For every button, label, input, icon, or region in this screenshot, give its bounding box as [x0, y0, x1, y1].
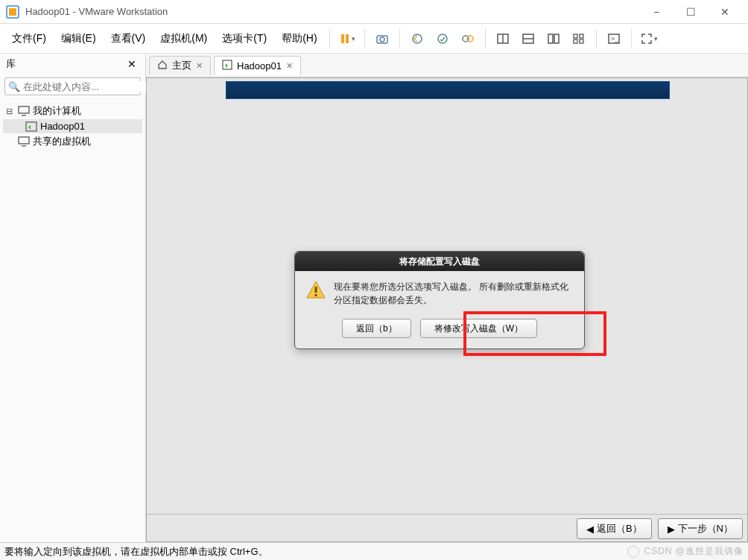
titlebar: Hadoop01 - VMware Workstation − ☐ ✕ — [0, 0, 748, 24]
fullscreen-button[interactable]: ▾ — [636, 27, 662, 51]
wizard-back-button[interactable]: ◀ 返回（B） — [577, 518, 652, 539]
tree-shared-vms[interactable]: 共享的虚拟机 — [3, 133, 142, 150]
svg-rect-25 — [19, 137, 29, 144]
library-tree: ⊟ 我的计算机 Hadoop01 共享的虚拟机 — [0, 98, 145, 154]
svg-rect-17 — [580, 34, 583, 38]
menu-tabs[interactable]: 选项卡(T) — [215, 28, 274, 50]
dialog-body: 现在要将您所选分区选项写入磁盘。 所有删除或重新格式化分区指定数据都会丢失。 — [295, 271, 584, 314]
menu-file[interactable]: 文件(F) — [4, 28, 54, 50]
svg-rect-22 — [19, 106, 29, 113]
minimize-button[interactable]: − — [639, 0, 673, 24]
statusbar: 要将输入定向到该虚拟机，请在虚拟机内部单击或按 Ctrl+G。 CSDN @逸胜… — [0, 542, 748, 560]
view-split-button[interactable] — [516, 27, 541, 51]
arrow-right-icon: ▶ — [668, 524, 675, 535]
sidebar-header: 库 ✕ — [0, 54, 145, 74]
installer-banner — [226, 81, 670, 99]
tab-close-button[interactable]: ✕ — [286, 61, 293, 71]
revert-button[interactable] — [405, 27, 430, 51]
home-icon — [157, 60, 168, 72]
annotation-highlight — [463, 311, 606, 356]
dialog-message: 现在要将您所选分区选项写入磁盘。 所有删除或重新格式化分区指定数据都会丢失。 — [334, 280, 574, 307]
menu-edit[interactable]: 编辑(E) — [54, 28, 104, 50]
search-input[interactable] — [23, 81, 148, 92]
pause-button[interactable]: ▾ — [335, 27, 360, 51]
vm-console[interactable]: 将存储配置写入磁盘 现在要将您所选分区选项写入磁盘。 所有删除或重新格式化分区指… — [146, 77, 748, 542]
view-thumbnails-button[interactable] — [566, 27, 592, 51]
svg-rect-2 — [341, 34, 344, 43]
svg-rect-1 — [9, 8, 16, 16]
library-sidebar: 库 ✕ 🔍 ▼ ⊟ 我的计算机 Hadoop01 共享的虚拟机 — [0, 54, 146, 542]
watermark-text: CSDN @逸胜是我偶像 — [644, 545, 744, 558]
wizard-nav: ◀ 返回（B） ▶ 下一步（N） — [577, 518, 743, 539]
arrow-left-icon: ◀ — [586, 524, 594, 535]
close-button[interactable]: ✕ — [708, 0, 742, 24]
menu-view[interactable]: 查看(V) — [104, 28, 153, 50]
chevron-down-icon: ▾ — [654, 35, 658, 42]
tree-label: 我的计算机 — [33, 104, 81, 118]
chevron-down-icon: ▾ — [352, 35, 355, 42]
vmware-app-icon — [6, 5, 19, 19]
separator — [631, 29, 632, 48]
svg-rect-24 — [26, 122, 37, 131]
button-label: 下一步（N） — [678, 522, 733, 535]
view-unity-button[interactable] — [541, 27, 566, 51]
tab-home[interactable]: 主页 ✕ — [149, 56, 211, 75]
monitor-icon — [18, 106, 30, 116]
warning-icon — [305, 280, 326, 299]
tabs-row: 主页 ✕ Hadoop01 ✕ — [146, 54, 748, 77]
statusbar-hint: 要将输入定向到该虚拟机，请在虚拟机内部单击或按 Ctrl+G。 — [4, 545, 268, 559]
sidebar-close-button[interactable]: ✕ — [124, 57, 139, 71]
watermark-logo-icon — [627, 546, 639, 558]
svg-rect-19 — [580, 39, 583, 43]
svg-point-9 — [467, 36, 473, 42]
svg-rect-29 — [315, 294, 317, 296]
vm-icon — [25, 121, 37, 132]
svg-rect-14 — [548, 34, 553, 43]
menu-vm[interactable]: 虚拟机(M) — [153, 28, 215, 50]
svg-rect-15 — [554, 34, 559, 43]
snapshot-take-button[interactable] — [430, 27, 455, 51]
tree-my-computer[interactable]: ⊟ 我的计算机 — [3, 103, 142, 119]
separator — [596, 29, 597, 48]
snapshot-manage-button[interactable] — [455, 27, 481, 51]
watermark: CSDN @逸胜是我偶像 — [627, 545, 744, 558]
separator — [329, 29, 330, 48]
collapse-icon[interactable]: ⊟ — [6, 106, 15, 116]
menu-help[interactable]: 帮助(H) — [274, 28, 324, 50]
tree-label: Hadoop01 — [40, 121, 85, 132]
separator — [485, 29, 486, 48]
maximize-button[interactable]: ☐ — [673, 0, 708, 24]
content-area: 主页 ✕ Hadoop01 ✕ 将存储配置写入磁盘 现在要将您所选分区选项写入磁… — [146, 54, 748, 542]
tree-hadoop01[interactable]: Hadoop01 — [3, 119, 142, 133]
svg-rect-16 — [574, 34, 577, 38]
search-row: 🔍 ▼ — [0, 74, 145, 98]
svg-text:>_: >_ — [611, 35, 619, 42]
separator — [364, 29, 365, 48]
dialog-back-button[interactable]: 返回（b） — [342, 319, 411, 338]
tab-hadoop01[interactable]: Hadoop01 ✕ — [214, 56, 301, 75]
window-title: Hadoop01 - VMware Workstation — [25, 6, 639, 17]
svg-point-7 — [438, 34, 447, 43]
svg-rect-28 — [315, 287, 317, 293]
svg-rect-18 — [574, 39, 577, 43]
tab-label: 主页 — [172, 59, 191, 72]
svg-rect-3 — [346, 34, 349, 43]
button-label: 返回（B） — [597, 522, 642, 535]
search-wrap: 🔍 ▼ — [4, 77, 141, 95]
wizard-next-button[interactable]: ▶ 下一步（N） — [658, 518, 743, 539]
console-button[interactable]: >_ — [601, 27, 627, 51]
snapshot-button[interactable] — [370, 27, 395, 51]
search-icon: 🔍 — [8, 81, 20, 92]
tab-close-button[interactable]: ✕ — [196, 61, 203, 71]
tab-label: Hadoop01 — [237, 60, 282, 71]
tree-label: 共享的虚拟机 — [33, 135, 91, 148]
main-area: 库 ✕ 🔍 ▼ ⊟ 我的计算机 Hadoop01 共享的虚拟机 — [0, 54, 748, 542]
svg-point-5 — [380, 37, 384, 42]
vm-icon — [222, 60, 232, 72]
shared-monitor-icon — [18, 136, 30, 147]
sidebar-title: 库 — [6, 57, 124, 71]
separator — [399, 29, 400, 48]
dialog-title: 将存储配置写入磁盘 — [295, 252, 584, 271]
view-single-button[interactable] — [490, 27, 516, 51]
separator — [147, 514, 747, 515]
